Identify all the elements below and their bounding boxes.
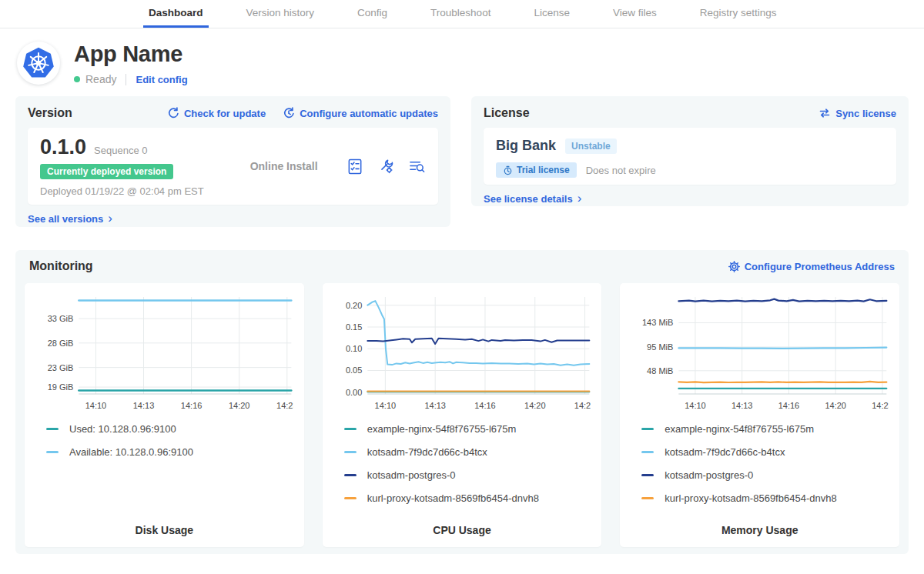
legend-item: Used: 10.128.0.96:9100 [46,423,293,435]
chevron-right-icon: › [108,215,112,222]
legend-color-dash [344,451,357,453]
legend-color-dash [46,451,59,453]
configure-prometheus-link[interactable]: Configure Prometheus Address [728,261,895,272]
tab-license[interactable]: License [528,0,575,28]
sync-license-link[interactable]: Sync license [819,107,896,119]
legend-item: example-nginx-54f8f76755-l675m [641,423,889,435]
legend-item: kurl-proxy-kotsadm-8569fb6454-dnvh8 [344,492,591,504]
svg-text:14:20: 14:20 [524,401,546,410]
monitoring-section: Monitoring Configure Prometheus Address … [15,250,909,554]
svg-text:14:23: 14:23 [872,401,889,410]
tab-troubleshoot[interactable]: Troubleshoot [425,0,496,28]
kubernetes-icon [22,46,55,80]
chart-title: CPU Usage [333,524,591,539]
svg-text:14:23: 14:23 [276,401,293,410]
version-sequence: Sequence 0 [94,145,147,156]
svg-text:19 GiB: 19 GiB [48,382,74,392]
status-text: Ready [85,73,116,85]
version-card: Version Check for update Configure au [15,96,450,227]
legend-color-dash [344,428,357,430]
tab-version-history[interactable]: Version history [241,0,320,28]
see-all-versions-link[interactable]: See all versions › [28,213,112,225]
cpu-usage-legend: example-nginx-54f8f76755-l675m kotsadm-7… [344,423,591,516]
app-logo [17,42,60,85]
status-dot [74,76,80,82]
view-diff-button[interactable] [408,158,426,175]
cpu-usage-card: 0.200.150.100.050.0014:1014:1314:1614:20… [323,283,602,547]
svg-text:14:20: 14:20 [825,401,847,410]
version-card-title: Version [28,106,72,120]
disk-usage-legend: Used: 10.128.0.96:9100 Available: 10.128… [46,423,293,469]
legend-item: Available: 10.128.0.96:9100 [46,446,293,458]
disk-usage-chart: 33 GiB28 GiB23 GiB19 GiB14:1014:1314:161… [35,292,293,414]
svg-text:28 GiB: 28 GiB [48,339,74,348]
memory-usage-legend: example-nginx-54f8f76755-l675m kotsadm-7… [641,423,889,516]
tab-dashboard[interactable]: Dashboard [143,0,209,28]
legend-color-dash [641,451,654,453]
svg-text:14:13: 14:13 [732,401,753,410]
legend-color-dash [641,497,654,499]
lines-magnifier-icon [408,158,426,175]
legend-color-dash [344,497,357,499]
trial-license-badge: Trial license [496,162,577,178]
top-nav: Dashboard Version history Config Trouble… [0,0,924,28]
svg-text:95 MiB: 95 MiB [647,342,673,352]
deployed-timestamp: Deployed 01/19/22 @ 02:04 pm EST [40,185,204,197]
chevron-right-icon: › [578,195,582,202]
edit-config-button[interactable] [377,158,395,175]
chart-title: Disk Usage [35,524,293,539]
configure-automatic-updates-link[interactable]: Configure automatic updates [283,107,438,119]
tab-config[interactable]: Config [352,0,393,28]
svg-text:14:16: 14:16 [181,401,203,410]
memory-usage-chart: 143 MiB95 MiB48 MiB14:1014:1314:1614:201… [631,292,889,414]
svg-text:0.20: 0.20 [346,301,362,310]
svg-text:14:10: 14:10 [374,401,396,410]
svg-text:14:10: 14:10 [685,401,707,410]
gear-icon [728,261,740,272]
current-version-panel: 0.1.0 Sequence 0 Currently deployed vers… [28,128,438,205]
svg-text:14:16: 14:16 [778,401,800,410]
wrench-gear-icon [377,158,395,175]
helm-wheel-icon [27,52,50,75]
legend-item: example-nginx-54f8f76755-l675m [344,423,591,435]
cpu-usage-chart: 0.200.150.100.050.0014:1014:1314:1614:20… [333,292,591,414]
see-license-details-link[interactable]: See license details › [484,193,581,205]
check-for-update-link[interactable]: Check for update [167,107,266,119]
tab-registry-settings[interactable]: Registry settings [695,0,782,28]
disk-usage-card: 33 GiB28 GiB23 GiB19 GiB14:1014:1314:161… [25,283,304,547]
install-type: Online Install [250,160,318,172]
license-card-title: License [484,106,530,120]
memory-usage-card: 143 MiB95 MiB48 MiB14:1014:1314:1614:201… [620,283,899,547]
legend-color-dash [641,474,654,476]
svg-text:14:13: 14:13 [424,401,446,410]
divider [126,74,126,85]
stopwatch-icon [503,165,513,175]
legend-color-dash [641,428,654,430]
svg-text:0.15: 0.15 [346,322,362,332]
preflight-checks-button[interactable] [346,158,364,175]
legend-color-dash [46,428,59,430]
tab-view-files[interactable]: View files [608,0,662,28]
legend-item: kotsadm-7f9dc7d66c-b4tcx [641,446,889,458]
svg-text:14:16: 14:16 [474,401,496,410]
license-card: License Sync license Big Bank Unstable [471,96,909,206]
license-name: Big Bank [496,138,556,154]
monitoring-title: Monitoring [29,259,93,273]
svg-text:23 GiB: 23 GiB [48,363,74,372]
chart-title: Memory Usage [631,524,889,539]
page-title: App Name [74,42,188,67]
legend-item: kotsadm-postgres-0 [344,469,591,481]
clock-refresh-icon [283,107,295,119]
legend-color-dash [344,474,357,476]
license-panel: Big Bank Unstable Trial license Does not… [484,128,896,185]
legend-item: kotsadm-7f9dc7d66c-b4tcx [344,446,591,458]
sync-arrows-icon [819,107,831,119]
edit-config-link[interactable]: Edit config [136,74,187,85]
deployed-badge: Currently deployed version [40,164,173,179]
checklist-icon [346,158,364,175]
license-expiry: Does not expire [586,165,656,176]
svg-text:33 GiB: 33 GiB [48,314,74,323]
svg-text:14:10: 14:10 [85,401,107,410]
svg-text:0.05: 0.05 [346,365,362,375]
svg-text:14:20: 14:20 [229,401,250,410]
